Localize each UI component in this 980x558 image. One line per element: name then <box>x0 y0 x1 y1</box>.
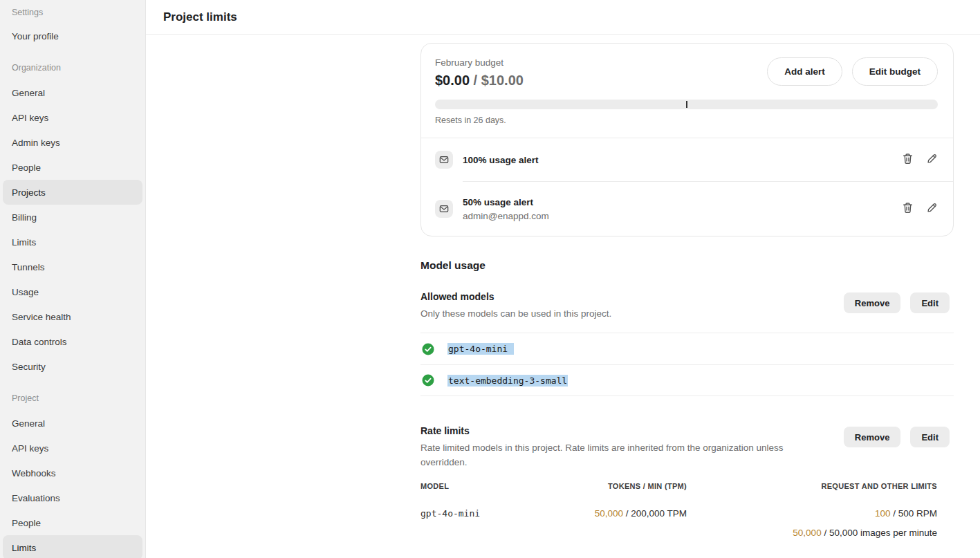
sidebar-item-org-limits[interactable]: Limits <box>3 230 142 254</box>
column-header-tpm: TOKENS / MIN (TPM) <box>590 482 687 490</box>
pencil-icon <box>926 202 938 216</box>
check-circle-icon <box>422 374 434 387</box>
edit-allowed-models-button[interactable]: Edit <box>910 292 950 313</box>
rate-limit-row: gpt-4o-mini 50,000 / 200,000 TPM 100 / 5… <box>420 508 937 519</box>
alert-title: 100% usage alert <box>463 155 889 165</box>
trash-icon <box>902 202 914 216</box>
sidebar-item-org-people[interactable]: People <box>3 155 142 180</box>
sidebar-item-evaluations[interactable]: Evaluations <box>3 485 142 510</box>
images-used: 50,000 <box>793 528 821 538</box>
sidebar-item-service-health[interactable]: Service health <box>3 304 142 329</box>
email-icon <box>435 200 453 218</box>
allowed-model-row: gpt-4o-mini <box>420 333 954 364</box>
edit-rate-limits-button[interactable]: Edit <box>910 427 950 447</box>
sidebar-item-security[interactable]: Security <box>3 354 142 379</box>
sidebar-item-proj-limits[interactable]: Limits <box>3 535 142 558</box>
usage-alert-row: 100% usage alert <box>421 138 953 181</box>
main-panel: Project limits February budget $0.00 / $… <box>146 0 980 558</box>
column-header-model: MODEL <box>420 482 590 490</box>
rate-limits-table: MODEL TOKENS / MIN (TPM) REQUEST AND OTH… <box>420 482 937 538</box>
rate-limit-model: gpt-4o-mini <box>420 508 590 519</box>
sidebar-item-tunnels[interactable]: Tunnels <box>3 254 142 279</box>
edit-budget-button[interactable]: Edit budget <box>852 57 938 86</box>
budget-progress-bar <box>435 100 938 109</box>
page-title: Project limits <box>163 10 237 24</box>
alert-title: 50% usage alert <box>463 197 889 207</box>
sidebar-item-org-general[interactable]: General <box>3 80 142 105</box>
sidebar-item-admin-keys[interactable]: Admin keys <box>3 130 142 155</box>
allowed-models-description: Only these models can be used in this pr… <box>420 306 611 321</box>
budget-progress-marker <box>686 101 687 108</box>
sidebar-item-proj-people[interactable]: People <box>3 510 142 535</box>
trash-icon <box>902 153 914 167</box>
allowed-models-header: Allowed models Only these models can be … <box>420 291 950 321</box>
alert-email: admin@enappd.com <box>463 211 889 221</box>
tpm-max: / 200,000 TPM <box>623 508 687 519</box>
email-icon <box>435 151 453 169</box>
sidebar-item-proj-general[interactable]: General <box>3 411 142 436</box>
sidebar-section-project: Project <box>0 386 145 411</box>
pencil-icon <box>926 153 938 167</box>
usage-alert-row: 50% usage alert admin@enappd.com <box>421 182 953 236</box>
usage-alert-list: 100% usage alert <box>421 138 953 236</box>
sidebar-item-billing[interactable]: Billing <box>3 205 142 230</box>
budget-card: February budget $0.00 / $10.00 Add alert… <box>420 43 954 236</box>
settings-sidebar: Settings Your profile Organization Gener… <box>0 0 146 558</box>
sidebar-item-proj-api-keys[interactable]: API keys <box>3 436 142 461</box>
sidebar-item-projects[interactable]: Projects <box>3 180 142 205</box>
rpm-used: 100 <box>875 508 891 519</box>
column-header-limits: REQUEST AND OTHER LIMITS <box>687 482 937 490</box>
sidebar-item-your-profile[interactable]: Your profile <box>3 24 142 48</box>
rate-limit-tpm: 50,000 / 200,000 TPM <box>590 508 687 519</box>
rate-limit-row-secondary: 50,000 / 50,000 images per minute <box>420 528 937 538</box>
model-usage-heading: Model usage <box>420 259 954 272</box>
budget-spent: $0.00 <box>435 73 470 88</box>
sidebar-section-organization: Organization <box>0 55 145 80</box>
sidebar-item-org-api-keys[interactable]: API keys <box>3 105 142 130</box>
page-header: Project limits <box>146 0 980 35</box>
sidebar-item-data-controls[interactable]: Data controls <box>3 329 142 354</box>
allowed-models-list: gpt-4o-mini text-embedding-3-small <box>420 333 954 396</box>
sidebar-item-webhooks[interactable]: Webhooks <box>3 461 142 485</box>
rpm-max: / 500 RPM <box>890 508 937 519</box>
budget-amount: $0.00 / $10.00 <box>435 73 524 89</box>
budget-reset-note: Resets in 26 days. <box>435 115 938 125</box>
edit-alert-button[interactable] <box>926 202 938 216</box>
rate-limits-table-header: MODEL TOKENS / MIN (TPM) REQUEST AND OTH… <box>420 482 937 490</box>
allowed-models-title: Allowed models <box>420 291 611 302</box>
model-name: text-embedding-3-small <box>447 375 568 387</box>
images-max: / 50,000 images per minute <box>822 528 937 538</box>
add-alert-button[interactable]: Add alert <box>767 57 842 86</box>
budget-limit: / $10.00 <box>470 73 524 88</box>
rate-limits-header: Rate limits Rate limited models in this … <box>420 425 950 469</box>
sidebar-item-usage[interactable]: Usage <box>3 279 142 304</box>
delete-alert-button[interactable] <box>902 153 914 167</box>
rate-limit-images: 50,000 / 50,000 images per minute <box>687 528 937 538</box>
rate-limit-rpm: 100 / 500 RPM <box>687 508 937 519</box>
check-circle-icon <box>422 343 434 355</box>
allowed-model-row: text-embedding-3-small <box>420 364 954 396</box>
edit-alert-button[interactable] <box>926 153 938 167</box>
rate-limits-title: Rate limits <box>420 425 808 436</box>
budget-title: February budget <box>435 57 524 68</box>
tpm-used: 50,000 <box>595 508 623 519</box>
delete-alert-button[interactable] <box>902 202 914 216</box>
remove-allowed-models-button[interactable]: Remove <box>844 292 901 313</box>
sidebar-section-settings: Settings <box>0 1 145 24</box>
model-name: gpt-4o-mini <box>447 343 514 355</box>
rate-limits-description: Rate limited models in this project. Rat… <box>420 440 808 469</box>
remove-rate-limits-button[interactable]: Remove <box>844 427 901 447</box>
